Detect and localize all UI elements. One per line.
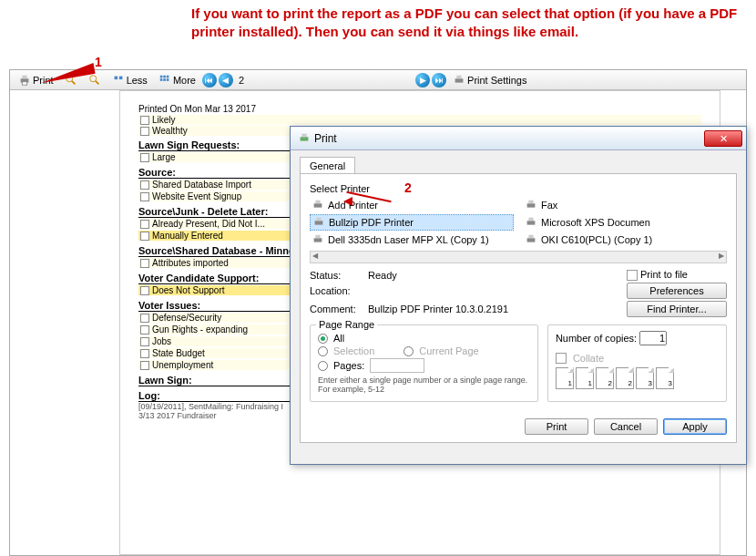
dialog-print-button[interactable]: Print (525, 418, 588, 435)
collate-illustration: 11 22 33 (556, 367, 719, 389)
callout-marker-1: 1 (95, 55, 102, 69)
printer-settings-icon (453, 74, 465, 87)
magnifier-icon (88, 74, 101, 87)
svg-rect-25 (527, 221, 536, 224)
svg-rect-2 (22, 81, 26, 85)
status-value: Ready (368, 270, 623, 281)
svg-rect-13 (163, 78, 166, 81)
svg-rect-20 (315, 201, 320, 204)
svg-rect-21 (527, 203, 536, 207)
printer-item[interactable]: Dell 3335dn Laser MFP XL (Copy 1) (310, 232, 514, 247)
print-to-file-checkbox[interactable] (627, 270, 638, 281)
radio-selection (318, 346, 328, 356)
print-dialog: Print ✕ General Select Printer Add Print… (290, 126, 747, 465)
svg-rect-27 (314, 238, 322, 242)
nav-next-button[interactable]: ▶ (415, 73, 430, 88)
copies-input[interactable] (639, 331, 667, 345)
radio-pages-label: Pages: (333, 360, 364, 371)
toolbar: Print Less More ⏮ ◀ 2 ▶ ⏭ Print Settings (10, 70, 746, 90)
report-check-item: Likely (138, 115, 701, 125)
collate-label: Collate (573, 353, 604, 364)
radio-all[interactable] (318, 334, 328, 344)
svg-rect-1 (22, 75, 26, 78)
svg-point-5 (89, 75, 96, 81)
svg-rect-19 (314, 203, 322, 207)
svg-rect-9 (160, 75, 163, 77)
instruction-annotation: If you want to print the report as a PDF… (191, 5, 756, 40)
pages-input[interactable] (370, 358, 424, 373)
printer-icon (298, 132, 311, 145)
printer-list: Add PrinterFaxBullzip PDF PrinterMicroso… (310, 198, 727, 247)
radio-all-label: All (333, 333, 344, 344)
svg-rect-24 (316, 218, 321, 221)
preferences-button[interactable]: Preferences (627, 283, 727, 299)
dialog-title: Print (314, 132, 337, 145)
svg-line-6 (96, 80, 99, 84)
svg-rect-26 (528, 218, 533, 221)
printed-timestamp: Printed On Mon Mar 13 2017 (138, 104, 701, 114)
svg-rect-11 (167, 75, 169, 77)
dialog-apply-button[interactable]: Apply (663, 418, 727, 435)
tab-general[interactable]: General (300, 157, 355, 174)
svg-rect-17 (301, 137, 309, 140)
svg-rect-14 (167, 78, 169, 81)
dialog-titlebar[interactable]: Print ✕ (291, 127, 746, 150)
close-button[interactable]: ✕ (704, 130, 742, 147)
printer-item[interactable]: Bullzip PDF Printer (310, 214, 514, 231)
svg-rect-16 (456, 75, 461, 78)
printer-item[interactable]: Add Printer (310, 198, 514, 212)
print-to-file-label: Print to file (640, 269, 688, 280)
dialog-cancel-button[interactable]: Cancel (594, 418, 658, 435)
printer-icon (525, 216, 537, 229)
page-number: 2 (235, 75, 248, 86)
grid-small-icon (112, 74, 125, 87)
page-range-legend: Page Range (316, 319, 377, 330)
collate-checkbox (556, 353, 567, 364)
printer-icon (312, 199, 324, 211)
more-label: More (173, 75, 196, 86)
svg-line-4 (72, 80, 76, 84)
pages-note: Enter either a single page number or a s… (318, 376, 530, 394)
svg-rect-12 (160, 78, 163, 81)
printer-icon (312, 233, 324, 246)
radio-selection-label: Selection (333, 345, 374, 356)
svg-rect-18 (301, 133, 306, 137)
more-button[interactable]: More (154, 72, 200, 88)
print-settings-label: Print Settings (467, 75, 526, 86)
radio-current-page (404, 346, 414, 356)
less-button[interactable]: Less (107, 72, 152, 88)
printer-icon (18, 74, 31, 87)
less-label: Less (127, 75, 148, 86)
nav-first-button[interactable]: ⏮ (202, 73, 217, 88)
nav-prev-button[interactable]: ◀ (219, 73, 233, 88)
svg-rect-22 (528, 201, 533, 204)
printer-icon (525, 199, 537, 211)
nav-last-button[interactable]: ⏭ (432, 73, 446, 88)
svg-rect-30 (528, 235, 533, 239)
comment-label: Comment: (310, 304, 364, 314)
radio-pages[interactable] (318, 361, 328, 371)
grid-large-icon (158, 74, 171, 87)
svg-rect-8 (119, 76, 123, 79)
svg-rect-29 (527, 238, 536, 242)
svg-rect-7 (114, 76, 117, 79)
printer-item[interactable]: Fax (523, 198, 727, 212)
printer-scrollbar[interactable] (310, 251, 727, 263)
printer-item[interactable]: OKI C610(PCL) (Copy 1) (523, 232, 727, 247)
copies-label: Number of copies: (556, 333, 637, 344)
radio-current-page-label: Current Page (419, 345, 478, 356)
status-label: Status: (310, 270, 364, 281)
printer-icon (312, 216, 325, 229)
svg-rect-15 (455, 78, 464, 82)
svg-rect-28 (315, 235, 320, 239)
printer-item[interactable]: Microsoft XPS Documen (523, 214, 727, 231)
find-printer-button[interactable]: Find Printer... (627, 301, 727, 317)
comment-value: Bullzip PDF Printer 10.3.0.2191 (368, 304, 623, 314)
print-settings-button[interactable]: Print Settings (448, 72, 531, 88)
callout-marker-2: 2 (404, 180, 412, 195)
printer-icon (525, 233, 537, 246)
location-label: Location: (310, 285, 364, 296)
svg-rect-23 (315, 221, 323, 224)
callout-arrow-2 (346, 187, 401, 205)
svg-rect-10 (163, 75, 166, 77)
